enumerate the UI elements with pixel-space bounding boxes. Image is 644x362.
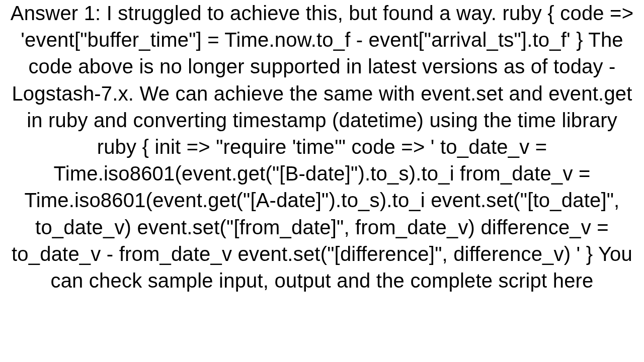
answer-text: Answer 1: I struggled to achieve this, b… <box>0 0 644 294</box>
